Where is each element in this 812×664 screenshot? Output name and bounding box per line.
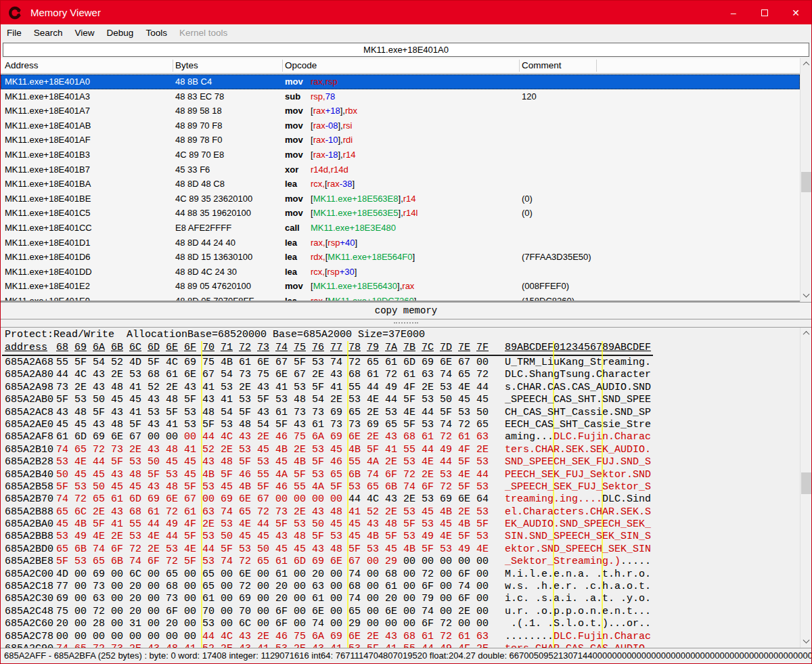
hex-row[interactable]: 685A2BB853494E2E534E445F5350454543485F53…: [1, 531, 800, 543]
disasm-row[interactable]: MK11.exe+18E401B34C 89 70 E8mov[rax-18],…: [1, 148, 800, 162]
hex-row[interactable]: 685A2BE85F53656B746F725F53747265616D696E…: [1, 556, 800, 568]
hex-row[interactable]: 685A2AF8616D696E67000000444C432E46756A69…: [1, 431, 800, 443]
hex-byte: 53: [184, 419, 202, 431]
hex-row[interactable]: 685A2B88656C2E436861726163746572732E4348…: [1, 506, 800, 518]
disasm-row[interactable]: MK11.exe+18E401E248 89 05 47620100mov[MK…: [1, 279, 800, 294]
hex-byte: 00: [422, 556, 440, 568]
hex-byte: 5F: [239, 456, 257, 468]
hex-byte: 74: [348, 593, 367, 605]
hex-row[interactable]: 685A2C3069006300200073006100690020006100…: [1, 593, 800, 605]
hex-byte: 72: [93, 643, 111, 648]
disasm-row[interactable]: MK11.exe+18E401D148 8D 44 24 40learax,[r…: [1, 236, 800, 250]
hex-row[interactable]: 685A2B70747265616D696E6700696E6700000000…: [1, 493, 800, 506]
hex-scrollbar-thumb[interactable]: [801, 472, 811, 494]
column-separator[interactable]: [173, 60, 173, 72]
hex-ascii-cell: i.c. .s.a.i. .a.t. .y.o.: [505, 593, 651, 605]
scroll-up-icon[interactable]: [800, 328, 811, 339]
hex-byte: 53: [312, 357, 330, 369]
hex-byte: 45: [129, 394, 148, 406]
hex-row[interactable]: 685A2C487500720020006F00700070006F006E00…: [1, 606, 800, 618]
column-header-bytes[interactable]: Bytes: [175, 58, 198, 73]
disasm-row[interactable]: MK11.exe+18E401C544 88 35 19620100mov[MK…: [1, 206, 800, 221]
hex-row[interactable]: 685A2A80444C432E5368616E675473756E672E43…: [1, 369, 800, 381]
hex-byte: 00: [148, 606, 166, 618]
hex-row[interactable]: 685A2C60200028003100200053006C006F007400…: [1, 618, 800, 630]
disasm-row[interactable]: MK11.exe+18E401A348 83 EC 78subrsp,78120: [1, 89, 800, 104]
hex-byte: 61: [458, 631, 476, 643]
address-input[interactable]: [3, 43, 809, 57]
hex-row[interactable]: 685A2A98732E434841522E4341532E4341535F41…: [1, 382, 800, 394]
hex-byte: 53: [275, 643, 294, 648]
hex-byte: 00: [166, 431, 184, 443]
hex-row[interactable]: 685A2C90746572732E434841522E4341532E4341…: [1, 643, 800, 648]
menu-item-debug[interactable]: Debug: [101, 24, 140, 41]
disasm-row[interactable]: MK11.exe+18E401BE4C 89 35 23620100mov[MK…: [1, 192, 800, 206]
hex-byte: 69: [330, 407, 348, 419]
hex-byte: 6B: [111, 556, 129, 568]
disasm-row[interactable]: MK11.exe+18E401E948 8D 05 7070F8FFlearax…: [1, 294, 800, 301]
hex-ascii-cell: DLC.ShangTsung.Character: [505, 369, 651, 381]
hex-scrollbar[interactable]: [800, 328, 811, 648]
hex-row[interactable]: 685A2AB05F5350454543485F4341535F5348542E…: [1, 394, 800, 406]
disasm-row[interactable]: MK11.exe+18E401D648 8D 15 13630100leardx…: [1, 250, 800, 265]
hex-row[interactable]: 685A2A68555F54524D5F4C69754B616E675F5374…: [1, 357, 800, 369]
menu-item-tools[interactable]: Tools: [139, 24, 173, 41]
hex-row[interactable]: 685A2C780000000000000000444C432E46756A69…: [1, 631, 800, 643]
menu-item-view[interactable]: View: [69, 24, 101, 41]
hex-byte: 53: [476, 531, 495, 543]
hex-row[interactable]: 685A2B10746572732E434841522E53454B2E5345…: [1, 444, 800, 456]
disasm-row[interactable]: MK11.exe+18E401AB48 89 70 F8mov[rax-08],…: [1, 118, 800, 133]
hex-byte: 41: [385, 643, 403, 648]
hex-byte: 5F: [184, 481, 202, 493]
operand-token: -10: [325, 135, 338, 145]
scroll-down-icon[interactable]: [800, 636, 811, 648]
menu-item-search[interactable]: Search: [28, 24, 69, 41]
disasm-row[interactable]: MK11.exe+18E401CCE8 AFE2FFFFcallMK11.exe…: [1, 221, 800, 236]
hex-byte: 65: [56, 544, 74, 556]
disasm-row[interactable]: MK11.exe+18E401DD48 8D 4C 24 30learcx,[r…: [1, 265, 800, 280]
copy-memory-button[interactable]: copy memory: [1, 302, 811, 319]
disasm-row[interactable]: MK11.exe+18E401A748 89 58 18mov[rax+18],…: [1, 104, 800, 118]
scroll-up-icon[interactable]: [800, 58, 812, 70]
hex-row[interactable]: 685A2BD0656B746F722E534E445F535045454348…: [1, 544, 800, 556]
hex-byte: 53: [74, 394, 93, 406]
column-separator[interactable]: [596, 60, 597, 72]
column-header-opcode[interactable]: Opcode: [285, 58, 317, 73]
hex-row[interactable]: 685A2BA0454B5F415544494F2E534E445F535045…: [1, 518, 800, 531]
minimize-button[interactable]: –: [718, 1, 749, 24]
hex-byte: 70: [239, 606, 257, 618]
hex-row[interactable]: 685A2B4050454543485F53454B5F46554A5F5365…: [1, 469, 800, 481]
hex-byte: 65: [348, 606, 367, 618]
disasm-operands-cell: rax,rsp: [311, 74, 338, 89]
disasm-row[interactable]: MK11.exe+18E401A048 8B C4movrax,rsp: [1, 74, 800, 89]
splitter-handle[interactable]: [1, 319, 811, 328]
disasm-row[interactable]: MK11.exe+18E401B745 33 F6xorr14d,r14d: [1, 162, 800, 177]
disasm-address-cell: MK11.exe+18E401D1: [5, 236, 91, 250]
menu-item-file[interactable]: File: [1, 24, 28, 41]
column-separator[interactable]: [519, 60, 520, 72]
disasm-row[interactable]: MK11.exe+18E401AF48 89 78 F0mov[rax-10],…: [1, 133, 800, 148]
disasm-row[interactable]: MK11.exe+18E401BA48 8D 48 C8learcx,[rax-…: [1, 177, 800, 192]
hex-row[interactable]: 685A2AE0454543485F4341535F5348545F436173…: [1, 419, 800, 431]
hex-byte: 49: [440, 643, 458, 648]
hex-row[interactable]: 685A2C004D0069006C00650065006E0061002000…: [1, 569, 800, 581]
hex-row[interactable]: 685A2B585F5350454543485F53454B5F46554A5F…: [1, 481, 800, 493]
scroll-down-icon[interactable]: [800, 290, 812, 302]
column-separator[interactable]: [282, 60, 283, 72]
hex-byte: 6E: [348, 431, 367, 443]
close-button[interactable]: ✕: [780, 1, 811, 24]
hex-byte: 53: [202, 556, 221, 568]
column-header-comment[interactable]: Comment: [522, 58, 562, 73]
maximize-button[interactable]: [749, 1, 780, 24]
disasm-scrollbar[interactable]: [800, 58, 811, 302]
ascii-segment: s.CHAR.CAS.CAS_AUDIO.SND: [505, 382, 651, 393]
disasm-bytes-cell: 48 8D 44 24 40: [175, 236, 235, 250]
hex-row[interactable]: 685A2C1877007300200068006500720020006300…: [1, 581, 800, 593]
hex-row[interactable]: 685A2AC843485F4341535F5348545F4361737369…: [1, 407, 800, 419]
hex-byte: 45: [56, 419, 74, 431]
hex-row[interactable]: 685A2B28534E445F5350454543485F53454B5F46…: [1, 456, 800, 468]
disasm-scrollbar-thumb[interactable]: [801, 172, 811, 192]
hex-col-header: 7C: [422, 341, 440, 354]
menu-item-kernel-tools[interactable]: Kernel tools: [173, 24, 233, 41]
column-header-address[interactable]: Address: [5, 58, 39, 73]
